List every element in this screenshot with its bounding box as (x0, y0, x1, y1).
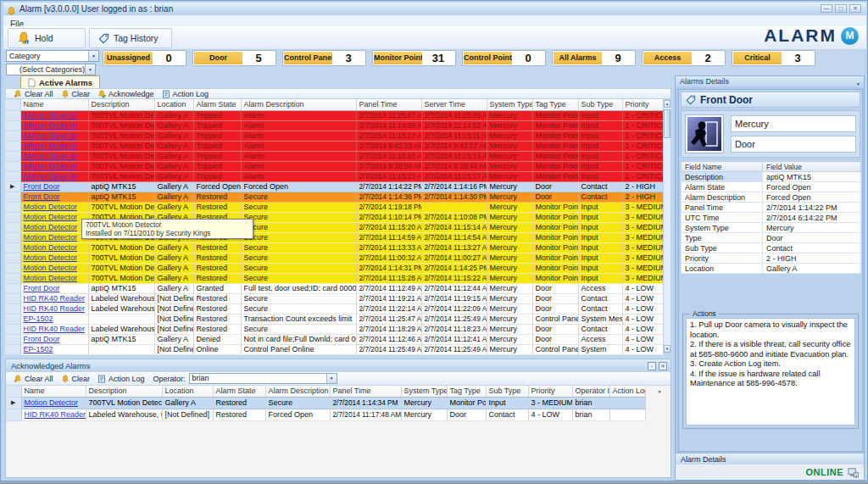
field-row[interactable]: System TypeMercury (682, 223, 861, 233)
alarm-link[interactable]: Motion Detector (24, 233, 78, 242)
table-row[interactable]: Motion Detector700TVL Motion Detec...Gal… (5, 253, 663, 263)
table-row[interactable]: Front DooraptiQ MTK15Gallery ARestoredSe… (5, 192, 663, 202)
alarm-link[interactable]: HID RK40 Reader (24, 294, 86, 303)
scroll-down-icon[interactable]: ▼ (664, 345, 670, 353)
alarm-link[interactable]: Motion Detector (24, 203, 78, 211)
column-header[interactable]: Location (162, 386, 213, 397)
alarm-name-cell[interactable]: Motion Detector (20, 212, 88, 222)
alarm-link[interactable]: Motion Detector (24, 142, 78, 150)
toolbar-overflow-icon[interactable]: ▼ (654, 387, 665, 396)
column-header[interactable]: Name (20, 99, 88, 110)
hold-button[interactable]: Hold (8, 28, 86, 48)
table-row[interactable]: Front DooraptiQ MTK15Gallery AGrantedFul… (5, 283, 663, 293)
table-row[interactable]: Motion Detector700TVL Motion Detec...Gal… (5, 161, 663, 171)
alarm-name-cell[interactable]: Motion Detector (20, 171, 88, 181)
alarm-name-cell[interactable]: Motion Detector (20, 120, 88, 131)
column-header[interactable]: System Type (401, 386, 447, 397)
column-header[interactable]: Location (154, 99, 193, 110)
minimize-icon[interactable]: — (821, 4, 832, 13)
alarm-details-bar[interactable]: Alarm Details (676, 453, 864, 465)
alarm-name-cell[interactable]: Motion Detector (20, 141, 88, 151)
alarm-link[interactable]: Motion Detector (24, 121, 78, 130)
table-row[interactable]: Motion Detector700TVL Motion Detec...Gal… (5, 141, 663, 151)
alarm-link[interactable]: Front Door (24, 335, 60, 343)
pin-icon[interactable]: ▫ (648, 362, 656, 370)
column-header[interactable]: Operator ID (572, 386, 609, 397)
category-dropdown[interactable]: Category ▼ (6, 50, 99, 62)
alarm-name-cell[interactable]: Front Door (20, 283, 88, 293)
column-header[interactable]: Action Log (609, 386, 645, 397)
column-header[interactable]: Tag Type (447, 386, 486, 397)
alarm-link[interactable]: EP-1502 (24, 314, 53, 323)
alarm-link[interactable]: Motion Detector (24, 243, 78, 252)
column-header[interactable]: Alarm State (193, 99, 241, 110)
alarm-link[interactable]: Motion Detector (24, 274, 78, 282)
alarm-name-cell[interactable]: Motion Detector (20, 161, 88, 171)
table-row[interactable]: HID RK40 ReaderLabeled Warehouse, ...[No… (5, 293, 663, 303)
table-row[interactable]: HID RK40 ReaderLabeled Warehouse, wit...… (6, 409, 645, 420)
alarm-name-cell[interactable]: Motion Detector (20, 202, 88, 212)
clear-button[interactable]: Clear (61, 90, 91, 98)
ack-clear-all-button[interactable]: Clear All (14, 375, 53, 383)
column-header[interactable]: Alarm State (213, 386, 265, 397)
maximize-icon[interactable]: ▢ (835, 4, 847, 13)
alarm-name-cell[interactable]: EP-1502 (20, 314, 88, 324)
alarm-link[interactable]: Motion Detector (24, 131, 78, 140)
alarm-name-cell[interactable]: Front Door (20, 181, 88, 192)
table-row[interactable]: ▶Motion Detector700TVL Motion Detector .… (6, 397, 645, 409)
alarm-name-cell[interactable]: Front Door (20, 192, 88, 202)
alarm-link[interactable]: Motion Detector (24, 213, 78, 221)
column-header[interactable]: Name (21, 386, 86, 397)
alarm-link[interactable]: Motion Detector (24, 172, 78, 181)
ack-action-log-button[interactable]: Action Log (97, 375, 145, 383)
alarm-name-cell[interactable]: Motion Detector (20, 151, 88, 161)
chevron-down-icon[interactable]: ▼ (326, 374, 337, 383)
alarm-name-cell[interactable]: HID RK40 Reader (20, 293, 88, 303)
alarm-link[interactable]: Motion Detector (24, 253, 78, 262)
alarm-link[interactable]: Motion Detector (25, 398, 79, 407)
chevron-down-icon[interactable]: ▼ (88, 51, 98, 61)
alarm-name-cell[interactable]: HID RK40 Reader (21, 409, 86, 420)
table-row[interactable]: EP-1502[Not Defined]RestoredTransaction … (5, 314, 663, 324)
select-categories-dropdown[interactable]: (Select Categories) ▼ (6, 64, 96, 75)
operator-dropdown[interactable]: brian ▼ (189, 373, 337, 384)
chevron-down-icon[interactable]: ▼ (85, 64, 95, 75)
alarm-link[interactable]: HID RK40 Reader (24, 325, 86, 333)
scroll-up-icon[interactable]: ▲ (664, 100, 670, 108)
action-log-button[interactable]: Action Log (162, 90, 209, 98)
alarm-name-cell[interactable]: HID RK40 Reader (20, 303, 88, 314)
alarm-link[interactable]: HID RK40 Reader (25, 410, 86, 419)
column-header[interactable]: Description (88, 99, 154, 110)
column-header[interactable]: Sub Type (578, 99, 622, 110)
alarm-link[interactable]: Motion Detector (24, 152, 78, 160)
alarm-link[interactable]: Front Door (24, 284, 60, 292)
alarm-link[interactable]: Front Door (24, 192, 60, 201)
column-header[interactable]: Server Time (421, 99, 487, 110)
alarm-name-cell[interactable]: Motion Detector (20, 222, 88, 232)
table-row[interactable]: Motion Detector700TVL Motion Detec...Gal… (5, 263, 663, 273)
tag-history-button[interactable]: Tag History (89, 28, 172, 48)
alarm-link[interactable]: Front Door (24, 182, 60, 191)
table-row[interactable]: Motion Detector700TVL Motion Detec...Gal… (5, 131, 663, 141)
alarm-name-cell[interactable]: Motion Detector (20, 242, 88, 253)
column-header[interactable]: Sub Type (486, 386, 528, 397)
actions-text[interactable]: 1. Pull up Door camera to visually inspe… (686, 318, 855, 426)
table-row[interactable]: ▶Front DooraptiQ MTK15Gallery AForced Op… (5, 181, 663, 192)
close-icon[interactable]: ✕ (849, 4, 861, 13)
alarm-name-cell[interactable]: Motion Detector (20, 232, 88, 242)
alarm-link[interactable]: EP-1502 (24, 345, 53, 353)
alarm-name-cell[interactable]: Motion Detector (20, 273, 88, 283)
table-row[interactable]: Front DooraptiQ MTK15Gallery ADeniedNot … (5, 334, 663, 344)
table-row[interactable]: Motion Detector700TVL Motion Detec...Gal… (5, 202, 663, 212)
column-header[interactable]: Alarm Description (241, 99, 356, 110)
active-table-scrollbar[interactable]: ▲ ▼ (663, 99, 671, 353)
acknowledge-button[interactable]: Acknowledge (97, 90, 154, 98)
tab-active-alarms[interactable]: Active Alarms (20, 75, 100, 88)
column-header[interactable]: Priority (528, 386, 572, 397)
table-row[interactable]: EP-1502[Not Defined]OnlineControl Panel … (5, 344, 663, 354)
ack-clear-button[interactable]: Clear (61, 375, 91, 383)
alarm-name-cell[interactable]: Motion Detector (20, 131, 88, 141)
column-header[interactable]: System Type (487, 99, 532, 110)
field-row[interactable]: Alarm StateForced Open (682, 182, 861, 192)
table-row[interactable]: Motion Detector700TVL Motion Detec...Gal… (5, 151, 663, 161)
